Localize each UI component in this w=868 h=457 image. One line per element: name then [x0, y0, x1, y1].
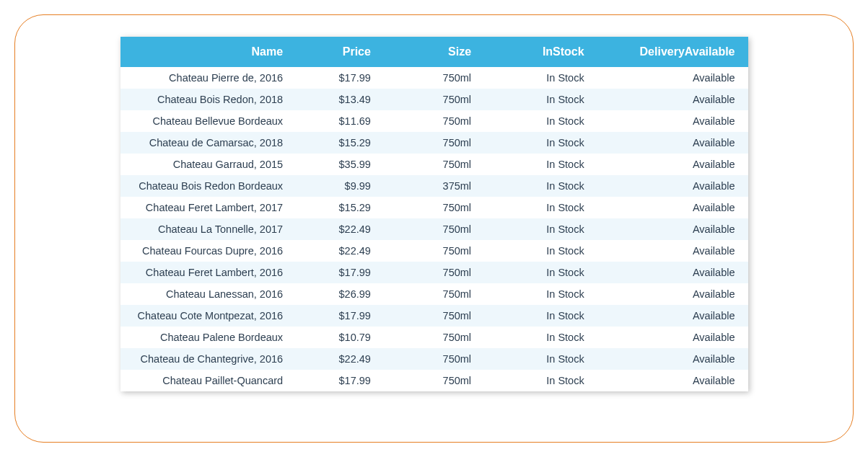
cell-price: $22.49: [296, 240, 384, 262]
page-container: Name Price Size InStock DeliveryAvailabl…: [14, 14, 854, 443]
table-row: Chateau Lanessan, 2016$26.99750mlIn Stoc…: [120, 283, 748, 305]
cell-delivery: Available: [597, 175, 748, 197]
cell-size: 375ml: [384, 175, 484, 197]
cell-price: $22.49: [296, 348, 384, 370]
cell-name: Chateau Feret Lambert, 2017: [120, 197, 297, 218]
cell-name: Chateau de Camarsac, 2018: [120, 132, 297, 154]
cell-price: $26.99: [296, 283, 384, 305]
cell-name: Chateau Bellevue Bordeaux: [120, 110, 297, 132]
cell-size: 750ml: [384, 132, 484, 154]
cell-instock: In Stock: [484, 305, 597, 327]
cell-name: Chateau Palene Bordeaux: [120, 327, 297, 348]
table-row: Chateau La Tonnelle, 2017$22.49750mlIn S…: [120, 218, 748, 240]
table-row: Chateau Bois Redon Bordeaux$9.99375mlIn …: [120, 175, 748, 197]
cell-price: $15.29: [296, 132, 384, 154]
table-row: Chateau Garraud, 2015$35.99750mlIn Stock…: [120, 154, 748, 175]
cell-delivery: Available: [597, 89, 748, 110]
header-size: Size: [384, 37, 484, 67]
header-delivery: DeliveryAvailable: [597, 37, 748, 67]
table-header: Name Price Size InStock DeliveryAvailabl…: [120, 37, 748, 67]
cell-price: $9.99: [296, 175, 384, 197]
cell-price: $17.99: [296, 67, 384, 89]
cell-delivery: Available: [597, 305, 748, 327]
cell-instock: In Stock: [484, 132, 597, 154]
cell-price: $10.79: [296, 327, 384, 348]
cell-name: Chateau Cote Montpezat, 2016: [120, 305, 297, 327]
cell-delivery: Available: [597, 67, 748, 89]
cell-size: 750ml: [384, 348, 484, 370]
header-price: Price: [296, 37, 384, 67]
cell-delivery: Available: [597, 283, 748, 305]
table-row: Chateau Fourcas Dupre, 2016$22.49750mlIn…: [120, 240, 748, 262]
cell-price: $22.49: [296, 218, 384, 240]
cell-instock: In Stock: [484, 283, 597, 305]
cell-delivery: Available: [597, 327, 748, 348]
cell-name: Chateau Bois Redon Bordeaux: [120, 175, 297, 197]
cell-size: 750ml: [384, 327, 484, 348]
cell-delivery: Available: [597, 110, 748, 132]
header-name: Name: [120, 37, 297, 67]
cell-instock: In Stock: [484, 154, 597, 175]
cell-size: 750ml: [384, 110, 484, 132]
table-row: Chateau de Camarsac, 2018$15.29750mlIn S…: [120, 132, 748, 154]
header-row: Name Price Size InStock DeliveryAvailabl…: [120, 37, 748, 67]
table-row: Chateau Paillet-Quancard$17.99750mlIn St…: [120, 370, 748, 391]
cell-delivery: Available: [597, 240, 748, 262]
cell-size: 750ml: [384, 305, 484, 327]
table-row: Chateau Feret Lambert, 2016$17.99750mlIn…: [120, 262, 748, 283]
cell-instock: In Stock: [484, 89, 597, 110]
cell-price: $15.29: [296, 197, 384, 218]
cell-size: 750ml: [384, 154, 484, 175]
table-wrapper: Name Price Size InStock DeliveryAvailabl…: [120, 37, 748, 391]
cell-size: 750ml: [384, 370, 484, 391]
cell-instock: In Stock: [484, 348, 597, 370]
table-row: Chateau Feret Lambert, 2017$15.29750mlIn…: [120, 197, 748, 218]
cell-name: Chateau La Tonnelle, 2017: [120, 218, 297, 240]
cell-name: Chateau Fourcas Dupre, 2016: [120, 240, 297, 262]
wine-table: Name Price Size InStock DeliveryAvailabl…: [120, 37, 748, 391]
cell-name: Chateau Feret Lambert, 2016: [120, 262, 297, 283]
table-row: Chateau Pierre de, 2016$17.99750mlIn Sto…: [120, 67, 748, 89]
cell-size: 750ml: [384, 283, 484, 305]
cell-price: $17.99: [296, 305, 384, 327]
cell-size: 750ml: [384, 197, 484, 218]
table-row: Chateau Bois Redon, 2018$13.49750mlIn St…: [120, 89, 748, 110]
cell-instock: In Stock: [484, 218, 597, 240]
table-body: Chateau Pierre de, 2016$17.99750mlIn Sto…: [120, 67, 748, 391]
cell-delivery: Available: [597, 370, 748, 391]
cell-instock: In Stock: [484, 327, 597, 348]
cell-instock: In Stock: [484, 67, 597, 89]
cell-name: Chateau Pierre de, 2016: [120, 67, 297, 89]
cell-size: 750ml: [384, 240, 484, 262]
cell-instock: In Stock: [484, 370, 597, 391]
cell-instock: In Stock: [484, 262, 597, 283]
cell-price: $13.49: [296, 89, 384, 110]
cell-delivery: Available: [597, 348, 748, 370]
cell-size: 750ml: [384, 67, 484, 89]
cell-name: Chateau Lanessan, 2016: [120, 283, 297, 305]
cell-price: $17.99: [296, 262, 384, 283]
cell-name: Chateau Paillet-Quancard: [120, 370, 297, 391]
cell-name: Chateau Bois Redon, 2018: [120, 89, 297, 110]
cell-delivery: Available: [597, 197, 748, 218]
cell-instock: In Stock: [484, 175, 597, 197]
cell-price: $11.69: [296, 110, 384, 132]
cell-instock: In Stock: [484, 110, 597, 132]
cell-delivery: Available: [597, 262, 748, 283]
cell-name: Chateau Garraud, 2015: [120, 154, 297, 175]
table-row: Chateau Bellevue Bordeaux$11.69750mlIn S…: [120, 110, 748, 132]
cell-delivery: Available: [597, 132, 748, 154]
cell-instock: In Stock: [484, 240, 597, 262]
cell-size: 750ml: [384, 218, 484, 240]
cell-delivery: Available: [597, 218, 748, 240]
header-instock: InStock: [484, 37, 597, 67]
cell-size: 750ml: [384, 262, 484, 283]
table-row: Chateau Palene Bordeaux$10.79750mlIn Sto…: [120, 327, 748, 348]
cell-instock: In Stock: [484, 197, 597, 218]
cell-price: $35.99: [296, 154, 384, 175]
cell-price: $17.99: [296, 370, 384, 391]
table-row: Chateau de Chantegrive, 2016$22.49750mlI…: [120, 348, 748, 370]
table-row: Chateau Cote Montpezat, 2016$17.99750mlI…: [120, 305, 748, 327]
cell-size: 750ml: [384, 89, 484, 110]
cell-name: Chateau de Chantegrive, 2016: [120, 348, 297, 370]
